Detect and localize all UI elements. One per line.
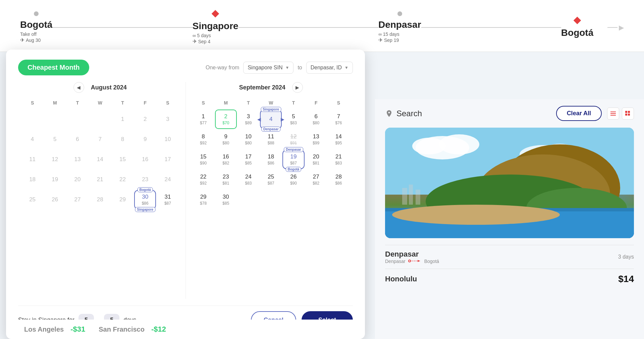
itin-stop-bogota-end: Bogotá xyxy=(561,17,593,38)
september-nav: September 2024 ▶ xyxy=(193,82,350,93)
aug-day-13[interactable]: 13 xyxy=(66,150,88,169)
aug-day-26[interactable]: 26 xyxy=(44,190,66,209)
itin-stop-bogota-start: Bogotá Take off ✈ Aug 30 xyxy=(20,11,52,43)
sep-day-6[interactable]: 6$80 xyxy=(305,110,327,129)
sep-day-11[interactable]: 11$88 xyxy=(260,130,282,149)
clear-all-button[interactable]: Clear All xyxy=(556,106,602,121)
aug-day-23[interactable]: 23 xyxy=(134,170,156,189)
calendars-container: ◀ August 2024 S M T W T F S xyxy=(18,82,353,299)
prev-month-button[interactable]: ◀ xyxy=(73,82,84,93)
aug-header-w: W xyxy=(89,98,111,108)
aug-day-4[interactable]: 4 xyxy=(21,130,43,149)
aug-day-1[interactable]: 1 xyxy=(112,110,133,129)
aug-day-20[interactable]: 20 xyxy=(66,170,88,189)
aug-header-f: F xyxy=(134,98,156,108)
aug-day-27[interactable]: 27 xyxy=(66,190,88,209)
august-calendar: ◀ August 2024 S M T W T F S xyxy=(18,82,182,299)
sep-day-20[interactable]: 20$81 xyxy=(305,150,327,169)
sep-day-4[interactable]: Singapore ◀ 4 ▶ Denpasar xyxy=(260,110,282,129)
destination-days: 3 days xyxy=(618,254,634,260)
aug-day-17[interactable]: 17 xyxy=(157,150,178,169)
sep-day-1[interactable]: 1$77 xyxy=(193,110,214,129)
aug-day-5[interactable]: 5 xyxy=(44,130,66,149)
sep-day-26[interactable]: 26$90 xyxy=(282,170,304,189)
sep-day-7[interactable]: 7$76 xyxy=(328,110,350,129)
aug-day-29[interactable]: 29 xyxy=(112,190,133,209)
route-to-dropdown[interactable]: Denpasar, ID ▼ xyxy=(306,62,353,74)
sep-day-15[interactable]: 15$90 xyxy=(193,150,214,169)
sep-day-9[interactable]: 9$80 xyxy=(215,130,237,149)
sep-day-16[interactable]: 16$82 xyxy=(215,150,237,169)
aug-30-top-label: Bogotá xyxy=(137,187,153,192)
honolulu-name: Honolulu xyxy=(385,275,417,283)
sep-day-27[interactable]: 27$82 xyxy=(305,170,327,189)
sep-day-28[interactable]: 28$86 xyxy=(328,170,350,189)
list-view-button[interactable] xyxy=(607,108,619,120)
aug-day-28[interactable]: 28 xyxy=(89,190,111,209)
aug-day-12[interactable]: 12 xyxy=(44,150,66,169)
sep-day-19[interactable]: Denpasar 19 $87 Bogotá xyxy=(282,150,304,169)
itin-stop-singapore: Singapore ∞ 5 days ✈ Sep 4 xyxy=(193,10,238,45)
aug-day-15[interactable]: 15 xyxy=(112,150,133,169)
sep-day-25[interactable]: 25$87 xyxy=(260,170,282,189)
chevron-down-icon-2: ▼ xyxy=(344,65,348,70)
grid-icon xyxy=(625,111,631,116)
sep-day-22[interactable]: 22$92 xyxy=(193,170,214,189)
aug-day-10[interactable]: 10 xyxy=(157,130,178,149)
itin-diamond-singapore xyxy=(212,10,219,17)
sep-day-8[interactable]: 8$92 xyxy=(193,130,214,149)
destination-scene xyxy=(385,128,634,238)
aug-header-m: M xyxy=(44,98,66,108)
august-grid: S M T W T F S 1 2 3 4 5 xyxy=(21,98,179,209)
aug-day-18[interactable]: 18 xyxy=(21,170,43,189)
sep-day-2[interactable]: 2 $70 xyxy=(215,110,237,129)
aug-day-9[interactable]: 9 xyxy=(134,130,156,149)
svg-point-12 xyxy=(412,138,446,154)
aug-day-25[interactable]: 25 xyxy=(21,190,43,209)
aug-header-s1: S xyxy=(21,98,43,108)
aug-day-3[interactable]: 3 xyxy=(157,110,178,129)
aug-day-2[interactable]: 2 xyxy=(134,110,156,129)
sep-day-10[interactable]: 10$80 xyxy=(237,130,259,149)
aug-day-22[interactable]: 22 xyxy=(112,170,133,189)
svg-rect-3 xyxy=(610,113,616,114)
svg-rect-5 xyxy=(625,111,627,113)
bottom-price-2: -$12 xyxy=(151,325,166,334)
calendar-divider xyxy=(185,82,186,299)
aug-day-16[interactable]: 16 xyxy=(134,150,156,169)
list-icon xyxy=(610,111,616,116)
sep-day-18[interactable]: 18$86 xyxy=(260,150,282,169)
sep-day-21[interactable]: 21$83 xyxy=(328,150,350,169)
september-grid: S M T W T F S 1$77 2 $70 3$89 xyxy=(193,98,350,209)
svg-rect-7 xyxy=(625,114,627,116)
sep-day-17[interactable]: 17$85 xyxy=(237,150,259,169)
sep-day-24[interactable]: 24$83 xyxy=(237,170,259,189)
aug-day-31[interactable]: 31 $87 xyxy=(157,190,178,209)
sep-day-29[interactable]: 29$78 xyxy=(193,190,214,209)
sep-day-5[interactable]: 5$83 xyxy=(282,110,304,129)
aug-day-6[interactable]: 6 xyxy=(66,130,88,149)
sep-day-13[interactable]: 13$99 xyxy=(305,130,327,149)
svg-rect-22 xyxy=(402,188,407,205)
sep-day-14[interactable]: 14$95 xyxy=(328,130,350,149)
cheapest-month-button[interactable]: Cheapest Month xyxy=(18,60,89,75)
sep-day-12[interactable]: 12$91 xyxy=(282,130,304,149)
aug-day-30[interactable]: Bogotá 30 $86 Singapore xyxy=(134,190,156,209)
route-from-dropdown[interactable]: Singapore SIN ▼ xyxy=(243,62,293,74)
sep-day-23[interactable]: 23$81 xyxy=(215,170,237,189)
aug-day-11[interactable]: 11 xyxy=(21,150,43,169)
sep-day-3[interactable]: 3$89 xyxy=(237,110,259,129)
svg-point-25 xyxy=(409,260,411,262)
aug-day-8[interactable]: 8 xyxy=(112,130,133,149)
grid-view-button[interactable] xyxy=(622,108,634,120)
next-month-button[interactable]: ▶ xyxy=(292,82,303,93)
aug-day-21[interactable]: 21 xyxy=(89,170,111,189)
sep-day-30[interactable]: 30$85 xyxy=(215,190,237,209)
date-picker-modal: Cheapest Month One-way from Singapore SI… xyxy=(6,50,365,339)
itin-city-bogota-start: Bogotá Take off ✈ Aug 30 xyxy=(20,19,52,43)
aug-day-19[interactable]: 19 xyxy=(44,170,66,189)
aug-day-7[interactable]: 7 xyxy=(89,130,111,149)
september-calendar: September 2024 ▶ S M T W T F S 1$77 xyxy=(189,82,353,299)
aug-day-24[interactable]: 24 xyxy=(157,170,178,189)
aug-day-14[interactable]: 14 xyxy=(89,150,111,169)
